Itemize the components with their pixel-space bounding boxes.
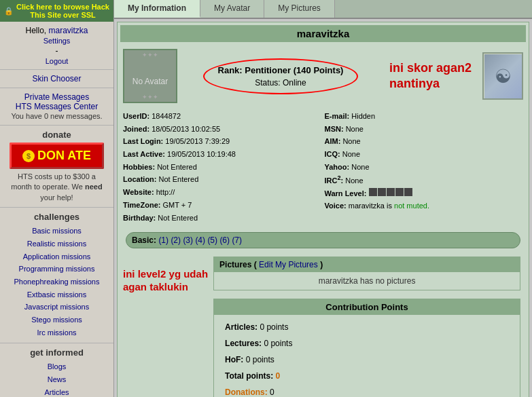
email-row: E-mail: Hidden xyxy=(325,110,524,123)
irc-missions-link[interactable]: Irc missions xyxy=(5,326,108,339)
donate-title: donate xyxy=(5,130,108,140)
hello-text: Hello, maravitzka xyxy=(5,26,108,35)
coin-icon: $ xyxy=(22,150,35,162)
basic-bar: Basic: (1) (2) (3) (4) (5) (6) (7) xyxy=(126,232,520,248)
tabs-bar: My Information My Avatar My Pictures xyxy=(114,0,532,19)
warn-box-5 xyxy=(404,188,412,196)
info-grid: UserID: 1844872 Joined: 18/05/2013 10:02… xyxy=(120,107,526,227)
hobbies-row: Hobbies: Not Entered xyxy=(123,161,322,174)
decorative-symbol: ☯ xyxy=(492,63,514,89)
news-link[interactable]: News xyxy=(5,373,108,386)
avatar-box: ✦✦✦ No Avatar ✦✦✦ xyxy=(123,49,177,103)
private-messages-link[interactable]: Private Messages xyxy=(24,92,89,102)
icq-row: ICQ: None xyxy=(325,148,524,161)
avatar-no-text: No Avatar xyxy=(132,77,168,86)
account-links: Settings - Logout xyxy=(5,37,108,65)
hts-messages-link[interactable]: HTS Messages Center xyxy=(16,102,98,111)
tab-my-information[interactable]: My Information xyxy=(114,0,200,18)
challenges-section: challenges Basic missions Realistic miss… xyxy=(0,208,113,343)
messages-section: Private Messages HTS Messages Center You… xyxy=(0,88,113,126)
tab-my-avatar[interactable]: My Avatar xyxy=(200,0,264,18)
avatar-wings-bottom: ✦✦✦ xyxy=(126,94,175,100)
donate-description: HTS costs up to $300 a month to operate.… xyxy=(5,172,108,203)
blogs-link[interactable]: Blogs xyxy=(5,360,108,373)
avatar-wings-top: ✦✦✦ xyxy=(126,52,175,58)
warn-box-3 xyxy=(387,188,395,196)
ssl-banner[interactable]: 🔒 Click here to browse Hack This Site ov… xyxy=(0,0,113,22)
tab-my-pictures[interactable]: My Pictures xyxy=(264,0,335,18)
get-informed-section: get informed Blogs News Articles Lecture… xyxy=(0,343,113,397)
stego-missions-link[interactable]: Stego missions xyxy=(5,314,108,326)
realistic-missions-link[interactable]: Realistic missions xyxy=(5,238,108,250)
separator: - xyxy=(56,46,58,56)
profile-pic-img: ☯ xyxy=(484,54,522,98)
profile-username: maravitzka xyxy=(120,25,526,42)
basic-levels-link[interactable]: (1) (2) (3) (4) (5) (6) (7) xyxy=(158,235,242,245)
pictures-edit-parens: ( xyxy=(254,260,257,269)
basic-missions-link[interactable]: Basic missions xyxy=(5,225,108,238)
lectures-contrib-row: Lectures: 0 points xyxy=(225,335,509,352)
donate-section: donate $ DON ATE HTS costs up to $300 a … xyxy=(0,126,113,208)
warn-box-1 xyxy=(369,188,377,196)
ssl-banner-text: Click here to browse Hack This Site over… xyxy=(16,3,109,19)
donate-button[interactable]: $ DON ATE xyxy=(10,143,104,169)
profile-picture: ☯ xyxy=(482,52,523,100)
logout-link[interactable]: Logout xyxy=(46,57,69,65)
main-content: My Information My Avatar My Pictures mar… xyxy=(114,0,532,397)
application-missions-link[interactable]: Application missions xyxy=(5,250,108,263)
profile-container: maravitzka ✦✦✦ No Avatar ✦✦✦ Rank: Penti… xyxy=(117,22,529,397)
aim-row: AIM: None xyxy=(325,135,524,148)
total-points-value: 0 xyxy=(276,371,281,381)
info-left: UserID: 1844872 Joined: 18/05/2013 10:02… xyxy=(123,110,322,224)
birthday-row: Birthday: Not Entered xyxy=(123,212,322,225)
info-right: E-mail: Hidden MSN: None AIM: None ICQ: … xyxy=(325,110,524,224)
programming-missions-link[interactable]: Programming missions xyxy=(5,263,108,276)
timezone-row: TimeZone: GMT + 7 xyxy=(123,199,322,212)
pictures-close-paren: ) xyxy=(320,260,323,269)
skin-chooser[interactable]: Skin Chooser xyxy=(0,70,113,88)
total-contrib-row: Total points: 0 xyxy=(225,368,509,384)
joined-row: Joined: 18/05/2013 10:02:55 xyxy=(123,123,322,136)
yahoo-row: Yahoo: None xyxy=(325,161,524,174)
basic-bar-area: Basic: (1) (2) (3) (4) (5) (6) (7) xyxy=(123,229,523,251)
warn-boxes xyxy=(369,188,412,196)
sidebar: 🔒 Click here to browse Hack This Site ov… xyxy=(0,0,114,397)
last-active-row: Last Active: 19/05/2013 10:19:48 xyxy=(123,148,322,161)
contribution-section: Contribution Points Articles: 0 points L… xyxy=(213,299,520,397)
settings-link[interactable]: Settings xyxy=(43,37,71,45)
username-link[interactable]: maravitzka xyxy=(49,26,88,35)
level-annotation-area: ini level2 yg udah agan taklukin Picture… xyxy=(123,254,523,397)
pictures-header: Pictures ( Edit My Pictures ) xyxy=(214,257,520,272)
no-pictures-text: maravitzka has no pictures xyxy=(214,272,520,290)
location-row: Location: Not Entered xyxy=(123,173,322,186)
hof-contrib-row: HoF: 0 points xyxy=(225,352,509,368)
rank-status-box: Rank: Pentitioner (140 Points) Status: O… xyxy=(183,58,378,94)
warn-level-row: Warn Level: xyxy=(325,187,524,200)
last-login-row: Last Login: 19/05/2013 7:39:29 xyxy=(123,135,322,148)
hello-label: Hello, xyxy=(25,26,48,35)
javascript-missions-link[interactable]: Javascript missions xyxy=(5,301,108,314)
edit-pictures-link[interactable]: Edit My Pictures xyxy=(259,260,318,269)
rank-text: Rank: Pentitioner (140 Points) xyxy=(218,65,344,75)
donations-contrib-row: Donations: 0 xyxy=(225,384,509,397)
donate-button-label: DON ATE xyxy=(37,149,91,163)
extbasic-missions-link[interactable]: Extbasic missions xyxy=(5,288,108,301)
right-content: Pictures ( Edit My Pictures ) maravitzka… xyxy=(211,254,523,397)
skin-chooser-label: Skin Chooser xyxy=(32,74,81,83)
articles-contrib-row: Articles: 0 points xyxy=(225,319,509,335)
contribution-header: Contribution Points xyxy=(214,299,520,315)
informed-title: get informed xyxy=(5,347,108,358)
profile-top: ✦✦✦ No Avatar ✦✦✦ Rank: Pentitioner (140… xyxy=(120,46,526,106)
msn-row: MSN: None xyxy=(325,123,524,136)
lock-icon: 🔒 xyxy=(4,7,14,16)
challenges-title: challenges xyxy=(5,212,108,222)
status-text: Status: Online xyxy=(218,78,344,88)
level-annotation-text: ini level2 yg udah agan taklukin xyxy=(123,254,208,294)
irc2-row: IRC2: None xyxy=(325,173,524,187)
contribution-body: Articles: 0 points Lectures: 0 points Ho… xyxy=(214,315,520,397)
warn-box-4 xyxy=(395,188,404,196)
phonephreaking-missions-link[interactable]: Phonephreaking missions xyxy=(5,276,108,288)
rank-oval: Rank: Pentitioner (140 Points) Status: O… xyxy=(203,58,359,94)
pictures-section: Pictures ( Edit My Pictures ) maravitzka… xyxy=(213,257,520,290)
articles-link[interactable]: Articles xyxy=(5,386,108,397)
